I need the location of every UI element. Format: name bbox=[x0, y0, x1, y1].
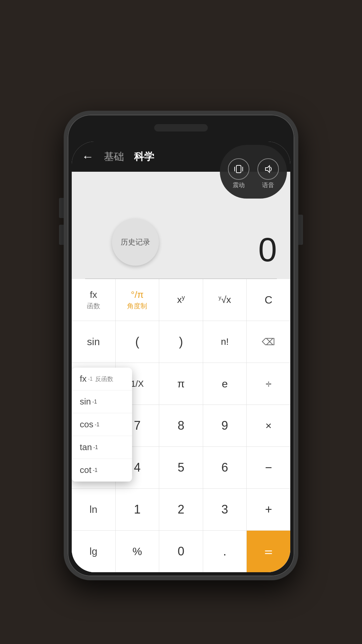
key-add[interactable]: + bbox=[247, 489, 290, 530]
key-6[interactable]: 6 bbox=[203, 447, 247, 488]
key-lg[interactable]: lg bbox=[72, 531, 116, 572]
key-8[interactable]: 8 bbox=[159, 405, 203, 446]
display-value: 0 bbox=[258, 230, 277, 269]
key-factorial[interactable]: n! bbox=[203, 321, 247, 363]
key-2[interactable]: 2 bbox=[159, 489, 203, 530]
popup-item-tan-inverse[interactable]: tan-1 bbox=[72, 436, 132, 459]
key-open-paren[interactable]: ( bbox=[116, 321, 160, 363]
key-clear[interactable]: C bbox=[247, 279, 290, 321]
phone-frame: ← 基础 科学 bbox=[64, 111, 298, 580]
popup-item-cot-inverse[interactable]: cot-1 bbox=[72, 459, 132, 482]
power-button[interactable] bbox=[298, 215, 303, 245]
popup-item-sin-inverse[interactable]: sin-1 bbox=[72, 390, 132, 413]
key-root[interactable]: y√x bbox=[203, 279, 247, 321]
keyboard-area: fx-1 反函数 sin-1 cos-1 tan-1 bbox=[72, 279, 290, 572]
key-percent[interactable]: % bbox=[116, 531, 160, 572]
volume-up-button[interactable] bbox=[59, 198, 64, 218]
key-subtract[interactable]: − bbox=[247, 447, 290, 488]
keyboard: fx-1 反函数 sin-1 cos-1 tan-1 bbox=[72, 279, 290, 572]
key-pi[interactable]: π bbox=[159, 363, 203, 405]
key-fx[interactable]: fx 函数 bbox=[72, 279, 116, 321]
key-backspace[interactable]: ⌫ bbox=[247, 321, 290, 363]
key-row-6: lg % 0 . ＝ bbox=[72, 531, 290, 572]
voice-icon bbox=[257, 158, 279, 180]
key-row-0: fx 函数 °/π 角度制 xy y√x bbox=[72, 279, 290, 321]
nav-tabs: 基础 科学 bbox=[104, 150, 154, 164]
history-button[interactable]: 历史记录 bbox=[112, 219, 159, 266]
voice-label: 语音 bbox=[262, 181, 274, 189]
key-angle[interactable]: °/π 角度制 bbox=[116, 279, 160, 321]
key-equals[interactable]: ＝ bbox=[247, 531, 290, 572]
tab-science[interactable]: 科学 bbox=[134, 150, 154, 164]
back-button[interactable]: ← bbox=[82, 150, 94, 164]
phone-screen: ← 基础 科学 bbox=[72, 142, 290, 572]
key-5[interactable]: 5 bbox=[159, 447, 203, 488]
volume-down-button[interactable] bbox=[59, 225, 64, 245]
vibrate-option[interactable]: 震动 bbox=[228, 158, 249, 189]
key-ln[interactable]: ln bbox=[72, 489, 116, 530]
key-multiply[interactable]: × bbox=[247, 405, 290, 446]
popup-item-fx-inverse[interactable]: fx-1 反函数 bbox=[72, 368, 132, 390]
key-close-paren[interactable]: ) bbox=[159, 321, 203, 363]
popup-item-cos-inverse[interactable]: cos-1 bbox=[72, 413, 132, 436]
phone-container: ← 基础 科学 bbox=[64, 111, 298, 580]
vibrate-icon bbox=[228, 158, 249, 180]
key-1[interactable]: 1 bbox=[116, 489, 160, 530]
key-row-5: ln 1 2 3 + bbox=[72, 489, 290, 531]
key-sin[interactable]: sin bbox=[72, 321, 116, 363]
voice-option[interactable]: 语音 bbox=[257, 158, 279, 189]
phone-speaker bbox=[154, 124, 208, 131]
svg-rect-0 bbox=[236, 165, 241, 173]
key-power[interactable]: xy bbox=[159, 279, 203, 321]
vibrate-label: 震动 bbox=[233, 181, 245, 189]
key-decimal[interactable]: . bbox=[203, 531, 247, 572]
top-bar: ← 基础 科学 bbox=[72, 142, 290, 172]
popup-menu: fx-1 反函数 sin-1 cos-1 tan-1 bbox=[72, 368, 132, 482]
key-divide[interactable]: ÷ bbox=[247, 363, 290, 405]
key-0[interactable]: 0 bbox=[159, 531, 203, 572]
svg-marker-3 bbox=[265, 166, 269, 172]
float-menu: 震动 语音 bbox=[220, 145, 287, 199]
key-9[interactable]: 9 bbox=[203, 405, 247, 446]
tab-basic[interactable]: 基础 bbox=[104, 150, 124, 164]
key-row-1: sin ( ) n! ⌫ bbox=[72, 321, 290, 363]
key-3[interactable]: 3 bbox=[203, 489, 247, 530]
key-euler[interactable]: e bbox=[203, 363, 247, 405]
